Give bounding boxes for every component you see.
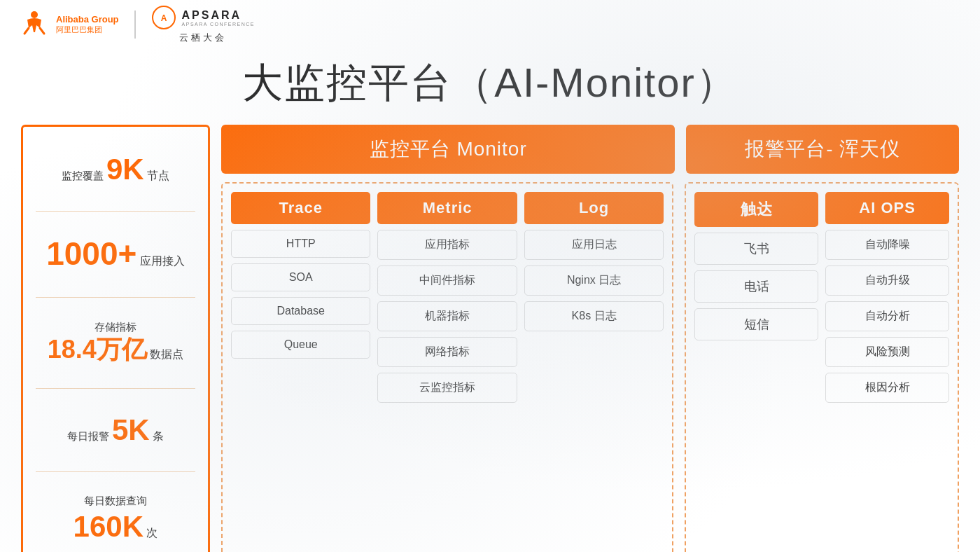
- aiops-item-risk: 风险预测: [825, 337, 949, 367]
- log-column: Log 应用日志 Nginx 日志 K8s 日志: [524, 192, 664, 552]
- stat-divider-2: [36, 297, 195, 298]
- trace-column: Trace HTTP SOA Database Queue: [231, 192, 370, 552]
- metric-item-app: 应用指标: [377, 230, 517, 260]
- stat-alerts-unit: 条: [153, 430, 164, 442]
- trace-item-database: Database: [231, 297, 370, 325]
- aiops-item-root-cause: 根因分析: [825, 373, 949, 403]
- logo-divider: [134, 11, 136, 39]
- main-content: 监控覆盖 9K 节点 1000+ 应用接入 存储指标 18.4万亿 数据点 每日…: [0, 125, 980, 552]
- stat-divider-4: [36, 471, 195, 472]
- trace-item-queue: Queue: [231, 331, 370, 359]
- header: Alibaba Group 阿里巴巴集团 A APSARA APSARA CON…: [0, 0, 980, 49]
- monitor-platform-header: 监控平台 Monitor: [221, 125, 675, 174]
- touchreach-item-phone: 电话: [694, 270, 818, 303]
- log-header: Log: [524, 192, 664, 224]
- platform-headers: 监控平台 Monitor 报警平台- 浑天仪: [221, 125, 959, 174]
- stat-queries-label: 每日数据查询: [36, 494, 195, 508]
- stat-apps-value: 1000+: [46, 235, 136, 272]
- aiops-item-denoise: 自动降噪: [825, 230, 949, 260]
- stat-queries: 每日数据查询 160K 次: [36, 494, 195, 546]
- alibaba-running-man-icon: [17, 10, 52, 39]
- stat-alerts-value: 5K: [112, 413, 150, 446]
- stat-storage-value: 18.4万亿: [48, 335, 147, 364]
- svg-text:A: A: [160, 13, 167, 23]
- stat-queries-value: 160K: [74, 510, 144, 543]
- metric-item-machine: 机器指标: [377, 301, 517, 331]
- page-title: 大监控平台（AI-Monitor）: [0, 49, 980, 125]
- stat-divider-3: [36, 388, 195, 389]
- alibaba-logo: Alibaba Group 阿里巴巴集团: [17, 10, 119, 39]
- metric-item-middleware: 中间件指标: [377, 265, 517, 296]
- trace-item-soa: SOA: [231, 263, 370, 291]
- log-item-app: 应用日志: [524, 230, 664, 260]
- yunqi-label: 云栖大会: [179, 32, 227, 44]
- stat-divider-1: [36, 211, 195, 212]
- stat-storage: 存储指标 18.4万亿 数据点: [36, 320, 195, 366]
- apsara-logo: A APSARA APSARA CONFERENCE 云栖大会: [151, 5, 255, 44]
- stat-storage-label: 存储指标: [36, 320, 195, 334]
- stat-alerts-label: 每日报警: [67, 430, 112, 442]
- svg-point-0: [31, 11, 38, 18]
- touchreach-header: 触达: [694, 192, 818, 227]
- stat-alerts: 每日报警 5K 条: [36, 411, 195, 450]
- columns-area: Trace HTTP SOA Database Queue Metric 应用指…: [221, 182, 959, 552]
- trace-item-http: HTTP: [231, 230, 370, 258]
- stat-apps-unit: 应用接入: [140, 255, 185, 267]
- stat-nodes-value: 9K: [106, 153, 144, 186]
- alert-section: 触达 飞书 电话 短信 AI OPS 自动降噪 自动升级 自动分析 风险预测 根…: [685, 182, 959, 552]
- apsara-icon: A: [151, 5, 176, 30]
- metric-item-cloud: 云监控指标: [377, 373, 517, 403]
- metric-header: Metric: [377, 192, 517, 224]
- aiops-item-analyze: 自动分析: [825, 301, 949, 331]
- touchreach-column: 触达 飞书 电话 短信: [694, 192, 818, 552]
- apsara-title: APSARA: [182, 9, 255, 22]
- stat-nodes-unit: 节点: [147, 170, 169, 181]
- log-item-k8s: K8s 日志: [524, 301, 664, 331]
- metric-item-network: 网络指标: [377, 337, 517, 367]
- stat-apps: 1000+ 应用接入: [36, 233, 195, 275]
- stat-queries-unit: 次: [146, 527, 158, 539]
- touchreach-item-sms: 短信: [694, 308, 818, 340]
- metric-column: Metric 应用指标 中间件指标 机器指标 网络指标 云监控指标: [377, 192, 517, 552]
- logo-group: Alibaba Group 阿里巴巴集团 A APSARA APSARA CON…: [17, 5, 255, 44]
- aiops-column: AI OPS 自动降噪 自动升级 自动分析 风险预测 根因分析: [825, 192, 949, 552]
- trace-header: Trace: [231, 192, 370, 224]
- monitor-section: Trace HTTP SOA Database Queue Metric 应用指…: [221, 182, 673, 552]
- stat-storage-unit: 数据点: [150, 348, 183, 360]
- alibaba-group-label: Alibaba Group: [56, 14, 119, 25]
- alibaba-cn-label: 阿里巴巴集团: [56, 25, 119, 35]
- aiops-item-upgrade: 自动升级: [825, 265, 949, 296]
- log-item-nginx: Nginx 日志: [524, 265, 664, 296]
- alert-platform-header: 报警平台- 浑天仪: [686, 125, 959, 174]
- stat-nodes-label: 监控覆盖: [62, 170, 106, 181]
- aiops-header: AI OPS: [825, 192, 949, 224]
- stat-nodes: 监控覆盖 9K 节点: [36, 151, 195, 189]
- apsara-subtitle: APSARA CONFERENCE: [182, 22, 255, 27]
- stats-panel: 监控覆盖 9K 节点 1000+ 应用接入 存储指标 18.4万亿 数据点 每日…: [21, 125, 210, 552]
- page-wrapper: Alibaba Group 阿里巴巴集团 A APSARA APSARA CON…: [0, 0, 980, 552]
- touchreach-item-feishu: 飞书: [694, 233, 818, 265]
- right-panel: 监控平台 Monitor 报警平台- 浑天仪 Trace HTTP SOA Da…: [221, 125, 959, 552]
